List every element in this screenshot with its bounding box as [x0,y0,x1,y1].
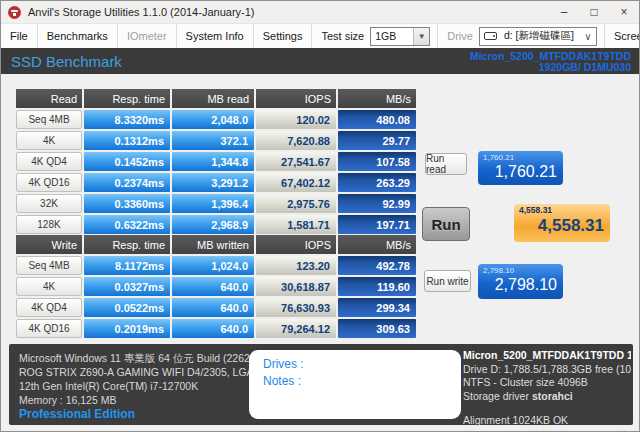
close-button[interactable]: × [609,1,639,23]
run-write-button[interactable]: Run write [424,270,471,292]
write-iops-cell: 123.20 [256,256,336,275]
read-row-label[interactable]: 4K [16,131,82,150]
read-score: 1,760.21 [483,162,557,181]
read-table: Read Resp. time MB read IOPS MB/s Seq 4M… [16,89,416,234]
read-mbs-cell: 107.58 [338,152,416,171]
write-resp-cell: 8.1172ms [84,256,170,275]
read-iops-cell: 2,975.76 [256,194,336,213]
read-row-label[interactable]: 4K QD4 [16,152,82,171]
cpu-line: 12th Gen Intel(R) Core(TM) i7-12700K [19,379,277,393]
read-row-label[interactable]: Seq 4MB [16,110,82,129]
read-mb-cell: 372.1 [172,131,254,150]
write-mb-cell: 640.0 [172,319,254,338]
notes-label: Notes : [263,373,461,390]
test-size-select[interactable]: 1GB ▼ [370,27,430,46]
write-iops-cell: 79,264.12 [256,319,336,338]
menu-settings[interactable]: Settings [254,24,313,48]
menu-bar: File Benchmarks IOmeter System Info Sett… [1,23,639,48]
read-score-small: 1,760.21 [483,153,557,162]
run-button[interactable]: Run [422,207,470,241]
write-mb-cell: 640.0 [172,277,254,296]
run-read-button[interactable]: Run read [425,153,467,175]
write-resp-cell: 0.0327ms [84,277,170,296]
driver-line: Storage driver storahci [463,390,631,404]
read-resp-cell: 0.1312ms [84,131,170,150]
resp-col-header: Resp. time [84,235,170,254]
read-row-label[interactable]: 128K [16,215,82,234]
edition-label: Professional Edition [19,407,135,421]
mbs-col-header: MB/s [338,235,416,254]
maximize-button[interactable]: □ [579,1,609,23]
chevron-down-icon[interactable]: ∨ [580,28,596,45]
drive-free-line: Drive D: 1,788.5/1,788.3GB free (100.0%) [463,363,631,377]
read-mbs-cell: 480.08 [338,110,416,129]
read-iops-cell: 67,402.12 [256,173,336,192]
chevron-down-icon[interactable]: ▼ [413,28,429,45]
mbread-col-header: MB read [172,89,254,108]
write-row-label[interactable]: 4K [16,277,82,296]
drive-label: Drive [438,30,479,42]
read-iops-cell: 27,541.67 [256,152,336,171]
read-mbs-cell: 92.99 [338,194,416,213]
fs-line: NTFS - Cluster size 4096B [463,376,631,390]
read-mbs-cell: 197.71 [338,215,416,234]
write-mb-cell: 640.0 [172,298,254,317]
system-info-block: Microsoft Windows 11 專業版 64 位元 Build (22… [19,351,277,407]
write-row-label[interactable]: 4K QD4 [16,298,82,317]
read-mb-cell: 2,968.9 [172,215,254,234]
read-mb-cell: 2,048.0 [172,110,254,129]
alignment-line: Alignment 1024KB OK [463,414,631,428]
footer-panel: Microsoft Windows 11 專業版 64 位元 Build (22… [9,344,633,425]
memory-line: Memory : 16,125 MB [19,393,277,407]
page-title: SSD Benchmark [11,53,122,70]
write-iops-cell: 76,630.93 [256,298,336,317]
read-mbs-cell: 29.77 [338,131,416,150]
read-mb-cell: 1,396.4 [172,194,254,213]
menu-system-info[interactable]: System Info [177,24,254,48]
device-detail: 1920GB/ D1MU030 [470,62,631,73]
mbs-col-header: MB/s [338,89,416,108]
app-logo-icon [8,6,21,19]
drive-select[interactable]: d: [新增磁碟區] ∨ [479,27,597,46]
driver-value: storahci [532,390,573,402]
compression-line: Compression 100% (Incompressible) [463,428,631,432]
read-row-label[interactable]: 32K [16,194,82,213]
iops-col-header: IOPS [256,235,336,254]
write-row-label[interactable]: 4K QD16 [16,319,82,338]
write-iops-cell: 30,618.87 [256,277,336,296]
resp-col-header: Resp. time [84,89,170,108]
device-info: Micron_5200_MTFDDAK1T9TDD 1920GB/ D1MU03… [470,50,631,73]
write-mbs-cell: 299.34 [338,298,416,317]
read-score-box: 1,760.21 1,760.21 [478,151,563,185]
read-row-label[interactable]: 4K QD16 [16,173,82,192]
write-row-label[interactable]: Seq 4MB [16,256,82,275]
write-col-header: Write [16,235,82,254]
read-mbs-cell: 263.29 [338,173,416,192]
minimize-button[interactable]: – [549,1,579,23]
menu-benchmarks[interactable]: Benchmarks [38,24,118,48]
write-mbs-cell: 309.63 [338,319,416,338]
total-score-box: 4,558.31 4,558.31 [514,204,610,242]
write-mbs-cell: 119.60 [338,277,416,296]
menu-file[interactable]: File [1,24,38,48]
write-score: 2,798.10 [483,275,557,294]
test-size-value: 1GB [371,30,413,42]
write-score-small: 2,798.10 [483,266,557,275]
write-mbs-cell: 492.78 [338,256,416,275]
read-iops-cell: 1,581.71 [256,215,336,234]
menu-screenshot[interactable]: Screenshot [605,24,640,48]
drive-info-block: Micron_5200_MTFDDAK1T9TDD 1920GB Drive D… [463,349,631,432]
mbwritten-col-header: MB written [172,235,254,254]
read-iops-cell: 120.02 [256,110,336,129]
total-score: 4,558.31 [519,215,604,236]
read-col-header: Read [16,89,82,108]
benchmark-header: SSD Benchmark Micron_5200_MTFDDAK1T9TDD … [1,48,639,74]
read-resp-cell: 0.6322ms [84,215,170,234]
drive-icon [484,32,497,40]
drives-notes-box[interactable]: Drives : Notes : [249,350,461,419]
write-score-box: 2,798.10 2,798.10 [478,264,563,299]
read-mb-cell: 3,291.2 [172,173,254,192]
title-bar: Anvil's Storage Utilities 1.1.0 (2014-Ja… [1,1,639,23]
app-window: Anvil's Storage Utilities 1.1.0 (2014-Ja… [0,0,640,432]
write-resp-cell: 0.2019ms [84,319,170,338]
